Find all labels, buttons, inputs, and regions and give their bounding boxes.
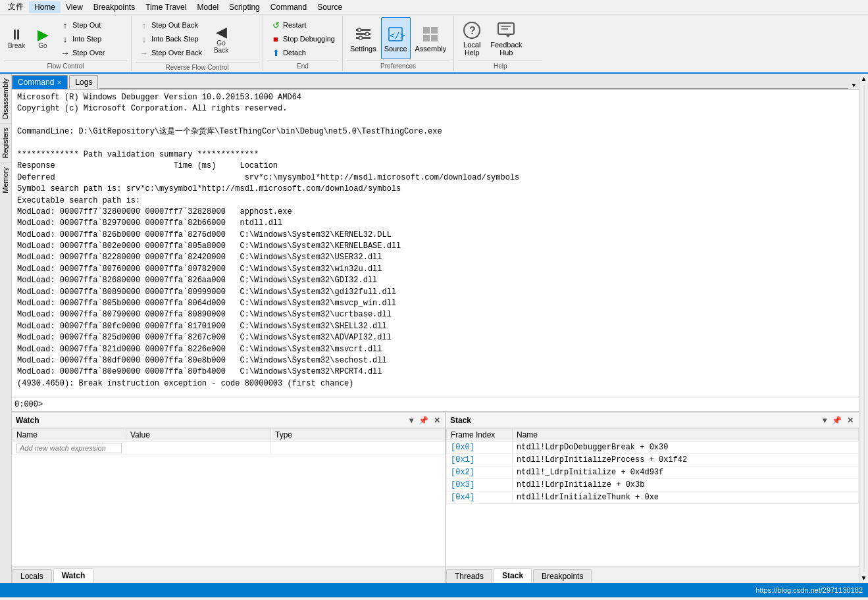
flow-btns: ⏸ Break ▶ Go <box>4 17 55 59</box>
watch-panel-header: Watch ▾ 📌 ✕ <box>12 413 446 428</box>
cmd-input[interactable] <box>44 400 856 409</box>
stack-table-container: Frame Index Name [0x0]ntdll!LdrpDoDebugg… <box>446 428 859 566</box>
menu-scripting[interactable]: Scripting <box>224 1 265 13</box>
watch-dropdown-icon[interactable]: ▾ <box>408 414 415 426</box>
main-content: Command ✕ Logs ▾ Microsoft (R) Windows D… <box>12 74 859 583</box>
tab-logs[interactable]: Logs <box>69 75 98 89</box>
menu-model[interactable]: Model <box>191 1 224 13</box>
detach-button[interactable]: ⬆ Detach <box>267 46 338 59</box>
menu-source[interactable]: Source <box>312 1 347 13</box>
feedback-hub-button[interactable]: Feedback Hub <box>487 17 525 59</box>
stack-frame-index[interactable]: [0x4] <box>447 491 513 504</box>
assembly-icon <box>420 24 441 45</box>
step-out-back-icon: ↑ <box>139 20 149 30</box>
end-items: ↺ Restart ■ Stop Debugging ⬆ Detach <box>267 17 338 59</box>
stack-frame-index[interactable]: [0x1] <box>447 454 513 466</box>
watch-expr-input[interactable] <box>16 443 122 453</box>
terminal-scrollbar[interactable]: ▲ ▼ <box>859 74 868 583</box>
stack-row: [0x3]ntdll!LdrpInitialize + 0x3b <box>447 479 859 491</box>
ribbon-flow-control: ⏸ Break ▶ Go ↑ Step Out ↓ Into Step <box>0 16 132 71</box>
watch-table-container: Name Value Type <box>12 428 446 566</box>
step-out-button[interactable]: ↑ Step Out <box>57 18 109 32</box>
svg-point-4 <box>365 32 369 36</box>
restart-button[interactable]: ↺ Restart <box>267 18 338 32</box>
svg-text:</>: </> <box>390 30 405 40</box>
stack-row: [0x0]ntdll!LdrpDoDebuggerBreak + 0x30 <box>447 441 859 454</box>
close-command-tab[interactable]: ✕ <box>57 79 62 86</box>
settings-button[interactable]: Settings <box>347 17 380 59</box>
stack-frame-name: ntdll!LdrpInitialize + 0x3b <box>513 479 859 491</box>
svg-rect-2 <box>356 37 370 39</box>
step-into-button[interactable]: ↓ Into Step <box>57 32 109 45</box>
stack-frame-name: ntdll!LdrInitializeThunk + 0xe <box>513 491 859 504</box>
go-button[interactable]: ▶ Go <box>30 17 55 59</box>
watch-add-row <box>13 441 446 455</box>
svg-point-5 <box>359 36 362 39</box>
watch-pin-icon[interactable]: 📌 <box>417 414 430 426</box>
local-help-button[interactable]: ? Local Help <box>458 17 486 59</box>
sidebar-disassembly[interactable]: Disassembly <box>0 74 11 123</box>
stack-frame-index[interactable]: [0x0] <box>447 441 513 454</box>
tab-watch[interactable]: Watch <box>53 568 94 583</box>
break-icon: ⏸ <box>9 28 24 42</box>
terminal-output[interactable]: Microsoft (R) Windows Debugger Version 1… <box>12 89 859 397</box>
stack-close-icon[interactable]: ✕ <box>846 414 855 426</box>
local-help-icon: ? <box>461 20 482 41</box>
stack-pin-icon[interactable]: 📌 <box>830 414 843 426</box>
svg-text:?: ? <box>469 25 476 36</box>
stack-row: [0x1]ntdll!LdrpInitializeProcess + 0x1f4… <box>447 454 859 466</box>
step-into-back-button[interactable]: ↓ Into Back Step <box>136 32 205 45</box>
stack-frame-name: ntdll!_LdrpInitialize + 0x4d93f <box>513 466 859 479</box>
step-into-icon: ↓ <box>60 34 70 44</box>
ribbon-end: ↺ Restart ■ Stop Debugging ⬆ Detach End <box>263 16 343 71</box>
sidebar-memory[interactable]: Memory <box>0 162 11 197</box>
step-out-back-button[interactable]: ↑ Step Out Back <box>136 18 205 32</box>
svg-marker-17 <box>505 34 511 38</box>
detach-icon: ⬆ <box>270 47 281 58</box>
stack-col-name: Name <box>513 429 859 441</box>
help-items: ? Local Help Feedback Hub <box>458 17 542 59</box>
tab-threads[interactable]: Threads <box>446 569 492 583</box>
menu-command[interactable]: Command <box>265 1 312 13</box>
go-back-group: ◀ Go Back <box>207 17 236 61</box>
vertical-sidebar: Disassembly Registers Memory <box>0 74 12 583</box>
watch-col-name: Name <box>13 429 126 441</box>
source-button[interactable]: </> Source <box>381 17 411 59</box>
svg-rect-9 <box>431 27 438 34</box>
menu-home[interactable]: Home <box>29 1 61 13</box>
step-over-button[interactable]: → Step Over <box>57 46 109 59</box>
tab-command[interactable]: Command ✕ <box>12 75 68 89</box>
assembly-button[interactable]: Assembly <box>412 17 450 59</box>
stack-dropdown-icon[interactable]: ▾ <box>821 414 828 426</box>
watch-table: Name Value Type <box>12 428 446 455</box>
step-over-icon: → <box>60 47 70 58</box>
go-back-button[interactable]: ◀ Go Back <box>207 18 236 61</box>
stop-debugging-button[interactable]: ■ Stop Debugging <box>267 32 338 45</box>
menu-file[interactable]: 文件 <box>3 0 29 14</box>
scroll-down-arrow[interactable]: ▼ <box>859 573 868 583</box>
watch-panel-tabs: Locals Watch <box>12 566 446 583</box>
go-icon: ▶ <box>38 28 49 42</box>
svg-rect-11 <box>431 35 438 41</box>
watch-close-icon[interactable]: ✕ <box>432 414 442 426</box>
preferences-label: Preferences <box>347 61 449 70</box>
svg-rect-8 <box>423 27 430 34</box>
scroll-up-arrow[interactable]: ▲ <box>859 74 868 84</box>
stack-frame-name: ntdll!LdrpInitializeProcess + 0x1f42 <box>513 454 859 466</box>
tab-strip-arrow[interactable]: ▾ <box>848 82 859 89</box>
menu-timetravel[interactable]: Time Travel <box>140 1 191 13</box>
menu-breakpoints[interactable]: Breakpoints <box>88 1 140 13</box>
tab-breakpoints[interactable]: Breakpoints <box>533 569 592 583</box>
scroll-track[interactable] <box>863 85 865 572</box>
menu-view[interactable]: View <box>61 1 88 13</box>
break-button[interactable]: ⏸ Break <box>4 17 29 59</box>
sidebar-registers[interactable]: Registers <box>0 123 11 162</box>
command-input-row: 0:000> <box>12 397 859 412</box>
ribbon-flow-items: ⏸ Break ▶ Go ↑ Step Out ↓ Into Step <box>4 17 127 59</box>
stack-frame-index[interactable]: [0x2] <box>447 466 513 479</box>
stack-frame-index[interactable]: [0x3] <box>447 479 513 491</box>
step-over-back-button[interactable]: → Step Over Back <box>136 46 205 59</box>
ribbon-help: ? Local Help Feedback Hub Help <box>454 16 546 71</box>
tab-stack[interactable]: Stack <box>494 568 532 583</box>
tab-locals[interactable]: Locals <box>12 569 52 583</box>
